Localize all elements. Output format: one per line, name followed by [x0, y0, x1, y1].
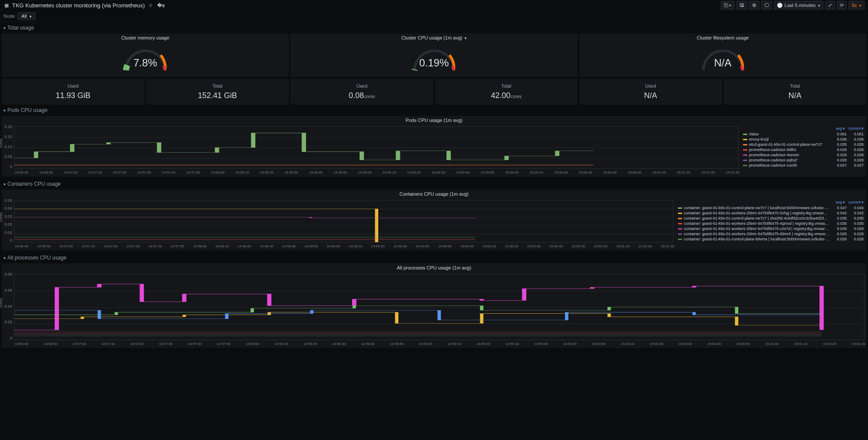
panel-cluster-cpu-usage[interactable]: Cluster CPU usage (1m avg) 0.19%: [290, 33, 578, 77]
add-panel-button[interactable]: ⿻+: [721, 1, 734, 10]
stat-fs-used[interactable]: Used N/A: [579, 79, 722, 105]
zoom-out-button[interactable]: ⤢: [825, 1, 835, 10]
y-axis: 0.05 0.04 0.03 0.02 0.01 0: [2, 198, 14, 243]
dashboard-title[interactable]: TKG Kubernetes cluster monitoring (via P…: [12, 2, 145, 9]
legend-item[interactable]: container: guest-01-k8s-01-control-plane…: [678, 205, 864, 210]
chart-legend[interactable]: avgcurrentcontainer: guest-01-k8s-01-con…: [675, 198, 866, 250]
row-title: All processes CPU usage: [7, 255, 66, 261]
refresh-button[interactable]: ⟳: [837, 1, 847, 10]
row-containers-cpu[interactable]: ▾ Containers CPU usage: [0, 178, 868, 190]
time-range-label: Last 5 minutes: [785, 3, 816, 8]
chart-plot[interactable]: 0.20 0.15 0.10 0.05 0 cores 14:56:4014:5…: [2, 125, 740, 177]
row-all-processes-cpu[interactable]: ▾ All processes CPU usage: [0, 252, 868, 263]
legend-item[interactable]: container: guest-01-k8s-01-workers-25tmr…: [678, 221, 864, 226]
stat-unit: cores: [364, 94, 375, 99]
stat-row: Used 11.93 GiB Total 152.41 GiB Used 0.0…: [0, 79, 868, 105]
x-axis: 14:56:4014:56:5014:57:0014:57:1014:57:20…: [14, 171, 740, 177]
stat-mem-total[interactable]: Total 152.41 GiB: [146, 79, 289, 105]
chevron-down-icon: ▾: [3, 182, 6, 187]
row-total-usage[interactable]: ▾ Total usage: [0, 22, 868, 33]
chevron-down-icon: ▾: [3, 26, 6, 30]
panel-all-processes-cpu[interactable]: All processes CPU usage (1m avg) 0.08 0.…: [2, 263, 866, 348]
chevron-down-icon: [858, 3, 861, 8]
legend-item[interactable]: prometheus-cadvisor-pqhq70.0280.028: [743, 158, 864, 163]
variable-node-select[interactable]: All: [17, 12, 35, 20]
variable-node-label: Node: [3, 13, 15, 19]
clock-icon: 🕘: [777, 3, 783, 8]
chart-legend[interactable]: avgcurrentValue0.0610.051envoy-knzjl0.03…: [740, 125, 866, 177]
chart-plot[interactable]: 0.05 0.04 0.03 0.02 0.01 0 cores: [2, 198, 675, 250]
legend-item[interactable]: container: guest-01-k8s-01-workers-25tmr…: [678, 210, 864, 216]
legend-item[interactable]: container: guest-01-k8s-01-control-plane…: [678, 216, 864, 221]
refresh-interval-label: 5s: [851, 3, 857, 8]
legend-item[interactable]: container: guest-01-k8s-01-control-plane…: [678, 236, 864, 242]
gauge-row: Cluster memory usage 7.8% Cluster CPU us…: [0, 33, 868, 77]
stat-value: 11.93 GiB: [56, 91, 90, 100]
stat-unit: cores: [511, 94, 521, 99]
stat-label: Used: [356, 83, 367, 89]
panel-title: All processes CPU usage (1m avg): [2, 263, 866, 272]
row-title: Total usage: [7, 25, 34, 31]
top-bar: ▦ TKG Kubernetes cluster monitoring (via…: [0, 0, 868, 10]
panel-title: Cluster CPU usage (1m avg): [290, 33, 578, 42]
stat-value: 152.41 GiB: [198, 91, 237, 100]
stat-label: Total: [501, 83, 511, 89]
legend-item[interactable]: container: guest-01-k8s-01-workers-25tmr…: [678, 226, 864, 231]
gauge-value: 0.19%: [419, 57, 449, 69]
panel-title: Cluster memory usage: [2, 33, 289, 42]
y-axis: 0.08 0.06 0.04 0.02 0: [2, 272, 14, 340]
stat-value: 42.00: [491, 91, 511, 100]
panel-title: Containers CPU usage (1m avg): [2, 190, 866, 198]
star-icon[interactable]: ☆: [148, 1, 154, 10]
chart-plot[interactable]: 0.08 0.06 0.04 0.02 0 cores: [2, 272, 866, 348]
plot-area: [14, 126, 739, 169]
legend-item[interactable]: prometheus-cadvisor-4wrwm0.0290.029: [743, 152, 864, 158]
panel-title: Cluster filesystem usage: [579, 33, 866, 42]
y-axis-label: cores: [0, 212, 3, 222]
legend-item[interactable]: etcd-guest-01-k8s-01-control-plane-vw7z7…: [743, 142, 864, 147]
stat-label: Total: [212, 83, 222, 89]
legend-item[interactable]: prometheus-cadvisor-csx950.0270.027: [743, 163, 864, 168]
panel-cluster-memory-usage[interactable]: Cluster memory usage 7.8%: [2, 33, 289, 77]
variable-row: Node All: [0, 10, 868, 22]
chevron-down-icon: [817, 3, 820, 8]
y-axis-label: cores: [0, 138, 3, 148]
time-range-picker[interactable]: 🕘 Last 5 minutes: [774, 1, 824, 10]
row-pods-cpu[interactable]: ▾ Pods CPU usage: [0, 105, 868, 116]
row-title: Pods CPU usage: [7, 107, 47, 113]
settings-button[interactable]: ⚙: [749, 1, 759, 10]
y-axis-label: cores: [0, 298, 3, 307]
gauge-value: 7.8%: [133, 57, 157, 69]
plot-area: [14, 274, 865, 340]
stat-mem-used[interactable]: Used 11.93 GiB: [2, 79, 145, 105]
x-axis: 14:56:4014:56:5014:57:0014:57:1014:57:20…: [14, 244, 675, 250]
chevron-down-icon: [464, 35, 467, 40]
save-button[interactable]: 🖫: [736, 1, 747, 10]
legend-item[interactable]: prometheus-cadvisor-8dthc0.0290.029: [743, 147, 864, 152]
panel-containers-cpu[interactable]: Containers CPU usage (1m avg) 0.05 0.04 …: [2, 190, 866, 250]
x-axis: 14:56:4014:56:5014:57:0014:57:1014:57:20…: [14, 342, 866, 348]
stat-cpu-used[interactable]: Used 0.08cores: [290, 79, 433, 105]
stat-fs-total[interactable]: Total N/A: [724, 79, 867, 105]
stat-label: Total: [790, 83, 800, 89]
legend-item[interactable]: container: guest-01-k8s-01-workers-25tmr…: [678, 231, 864, 236]
refresh-interval-picker[interactable]: 5s: [848, 1, 865, 10]
panel-pods-cpu[interactable]: Pods CPU usage (1m avg) 0.20 0.15 0.10 0…: [2, 116, 866, 177]
stat-cpu-total[interactable]: Total 42.00cores: [435, 79, 578, 105]
stat-value: N/A: [644, 91, 657, 100]
stat-label: Used: [67, 83, 79, 89]
grid-icon[interactable]: ▦: [3, 1, 10, 10]
chevron-down-icon: ▾: [3, 256, 6, 260]
share-icon[interactable]: �ạ: [156, 1, 166, 10]
plot-area: [14, 200, 673, 243]
stat-label: Used: [645, 83, 656, 89]
row-title: Containers CPU usage: [7, 181, 61, 187]
legend-item[interactable]: Value0.0610.051: [743, 131, 864, 137]
variable-node-value: All: [21, 13, 26, 19]
stat-value: 0.08: [349, 91, 364, 100]
panel-cluster-filesystem-usage[interactable]: Cluster filesystem usage N/A: [579, 33, 866, 77]
chevron-down-icon: [29, 13, 32, 19]
view-mode-button[interactable]: 🖵: [761, 1, 772, 10]
stat-value: N/A: [789, 91, 802, 100]
legend-item[interactable]: envoy-knzjl0.0390.039: [743, 137, 864, 142]
